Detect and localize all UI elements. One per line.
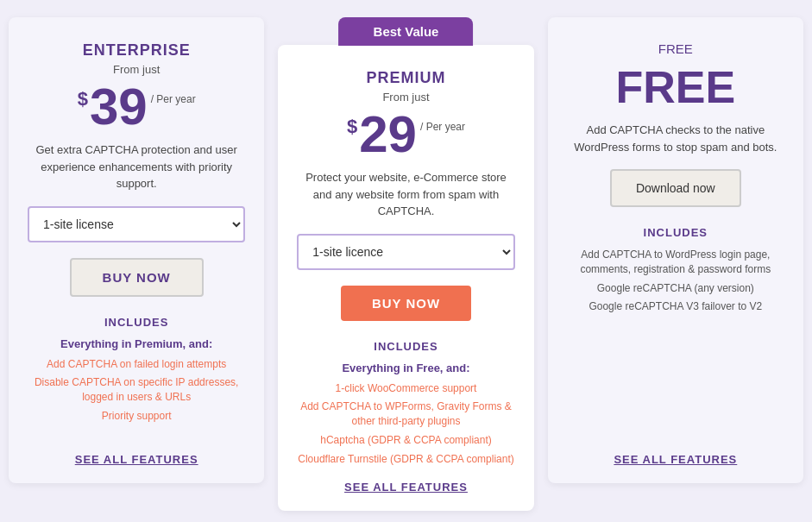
enterprise-see-all[interactable]: SEE ALL FEATURES — [75, 444, 198, 466]
premium-per-year: / Per year — [420, 121, 465, 133]
free-include-0: Add CAPTCHA to WordPress login page, com… — [567, 248, 784, 277]
enterprise-includes-label: INCLUDES — [104, 316, 168, 329]
premium-from-just: From just — [382, 91, 429, 104]
enterprise-price-symbol: $ — [78, 88, 88, 110]
enterprise-description: Get extra CAPTCHA protection and user ex… — [28, 142, 245, 192]
free-download-button[interactable]: Download now — [610, 169, 741, 207]
premium-buy-button[interactable]: BUY NOW — [341, 286, 471, 321]
premium-description: Protect your website, e-Commerce store a… — [297, 169, 514, 220]
premium-price-amount: 29 — [359, 109, 417, 160]
premium-include-1: Add CAPTCHA to WPForms, Gravity Forms & … — [297, 399, 514, 429]
free-include-2: Google reCAPTCHA V3 failover to V2 — [589, 299, 762, 314]
enterprise-license-select[interactable]: 1-site license 2-site license 5-site lic… — [28, 206, 245, 242]
premium-include-0: 1-click WooCommerce support — [336, 381, 477, 396]
enterprise-buy-button[interactable]: BUY NOW — [70, 258, 204, 297]
premium-includes-header: Everything in Free, and: — [342, 362, 469, 374]
enterprise-price-row: $ 39 / Per year — [78, 81, 196, 133]
premium-include-3: Cloudflare Turnstile (GDPR & CCPA compli… — [298, 452, 514, 467]
free-includes-label: INCLUDES — [644, 226, 708, 239]
free-plan-name: FREE — [658, 41, 693, 56]
enterprise-plan-name: ENTERPRISE — [83, 41, 191, 60]
enterprise-include-2: Priority support — [102, 409, 172, 424]
premium-plan-name: PREMIUM — [366, 69, 445, 87]
enterprise-from-just: From just — [113, 63, 160, 76]
premium-include-2: hCaptcha (GDPR & CCPA compliant) — [320, 433, 492, 448]
free-card: FREE FREE Add CAPTCHA checks to the nati… — [548, 17, 803, 483]
premium-includes-label: INCLUDES — [374, 340, 437, 353]
free-description: Add CAPTCHA checks to the native WordPre… — [567, 122, 784, 155]
premium-card: Best Value PREMIUM From just $ 29 / Per … — [278, 45, 533, 511]
enterprise-include-0: Add CAPTCHA on failed login attempts — [47, 357, 226, 372]
best-value-badge: Best Value — [339, 17, 474, 46]
enterprise-price-amount: 39 — [90, 81, 148, 133]
premium-price-row: $ 29 / Per year — [347, 109, 465, 160]
free-price: FREE — [615, 61, 735, 113]
free-include-1: Google reCAPTCHA (any version) — [597, 281, 754, 296]
enterprise-per-year: / Per year — [151, 93, 196, 105]
premium-license-select[interactable]: 1-site licence 2-site licence 5-site lic… — [297, 234, 514, 270]
enterprise-card: ENTERPRISE From just $ 39 / Per year Get… — [9, 17, 264, 483]
pricing-container: ENTERPRISE From just $ 39 / Per year Get… — [9, 9, 803, 511]
premium-price-symbol: $ — [347, 116, 357, 138]
enterprise-includes-header: Everything in Premium, and: — [60, 337, 212, 350]
free-see-all[interactable]: SEE ALL FEATURES — [614, 444, 737, 466]
enterprise-include-1: Disable CAPTCHA on specific IP addresses… — [28, 375, 245, 405]
premium-see-all[interactable]: SEE ALL FEATURES — [344, 472, 468, 494]
